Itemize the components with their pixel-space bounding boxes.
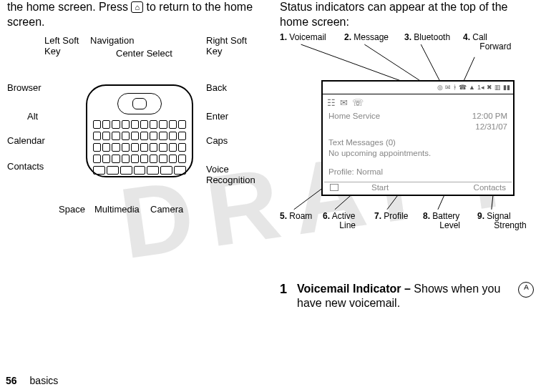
label-center-select: Center Select — [116, 49, 172, 59]
shortcut-icon-row: ☷ ✉ ☏ — [323, 94, 513, 111]
label-4-call-forward: 4. Call Forward — [463, 33, 511, 53]
signal-icon: ▮▮ — [503, 84, 510, 91]
shortcut-icon: ☷ — [327, 97, 336, 108]
keypad-diagram: Left Soft Key Navigation Center Select R… — [7, 36, 261, 265]
label-browser: Browser — [7, 83, 42, 94]
right-column: Status indicators can appear at the top … — [280, 0, 534, 311]
page-number: 56 — [6, 375, 17, 386]
label-voice-recognition: Voice Recognition — [206, 165, 255, 186]
status-intro: Status indicators can appear at the top … — [280, 0, 534, 30]
date-text: 12/31/07 — [475, 122, 507, 131]
label-3-bluetooth: 3. Bluetooth — [404, 33, 450, 43]
key-row-3 — [93, 143, 186, 152]
label-1-voicemail: 1. Voicemail — [280, 33, 326, 43]
label-6-active-line: 6. Active Line — [323, 212, 356, 232]
battery-icon: ▥ — [494, 84, 501, 91]
soft-key-bar: Start Contacts — [324, 182, 512, 193]
bluetooth-icon: ᚼ — [453, 84, 457, 91]
key-row-1 — [93, 120, 186, 129]
label-contacts: Contacts — [7, 162, 44, 172]
label-calendar: Calendar — [7, 136, 45, 147]
label-space: Space — [59, 205, 85, 215]
label-multimedia: Multimedia — [94, 205, 140, 215]
label-left-soft-key: Left Soft Key — [44, 36, 79, 57]
label-7-profile: 7. Profile — [374, 212, 408, 222]
item-text: Voicemail Indicator – Shows when you hav… — [297, 282, 504, 312]
item-number: 1 — [280, 282, 287, 297]
dpad-icon — [117, 93, 162, 114]
label-right-soft-key: Right Soft Key — [206, 36, 247, 57]
profile-line: Profile: Normal — [328, 167, 507, 178]
shortcut-icon: ✉ — [340, 97, 348, 108]
time-text: 12:00 PM — [472, 112, 507, 120]
screen-body: Home Service 12:00 PM 12/31/07 Text Mess… — [323, 111, 513, 178]
profile-icon: ✖ — [487, 84, 492, 91]
roam-icon: ▲ — [469, 84, 475, 91]
voicemail-icon: ◎ — [437, 84, 443, 91]
left-column: the home screen. Press ⌂ to return to th… — [7, 0, 261, 311]
label-9-signal: 9. Signal Strength — [477, 212, 527, 232]
feature-icon: ᴬ — [518, 282, 534, 298]
no-appointments-line: No upcoming appointments. — [328, 148, 507, 160]
label-8-battery: 8. Battery Level — [423, 212, 460, 232]
call-forward-icon: ☎ — [459, 84, 467, 91]
label-5-roam: 5. Roam — [280, 212, 312, 222]
label-camera: Camera — [150, 205, 183, 215]
status-diagram: 1. Voicemail 2. Message 3. Bluetooth 4. … — [280, 33, 534, 269]
label-navigation: Navigation — [90, 36, 134, 46]
shortcut-icon: ☏ — [352, 97, 364, 108]
key-row-5 — [93, 166, 186, 175]
voicemail-indicator-item: 1 Voicemail Indicator – Shows when you h… — [280, 282, 534, 312]
softkey-start: Start — [371, 183, 389, 192]
windows-icon — [330, 184, 338, 191]
active-line-icon: 1◂ — [477, 84, 484, 91]
label-alt: Alt — [27, 112, 38, 122]
intro-pre: the home screen. Press — [7, 1, 131, 13]
item-bold: Voicemail Indicator – — [297, 283, 411, 295]
message-icon: ✉ — [445, 84, 451, 91]
keypad-outline — [86, 84, 193, 177]
label-back: Back — [206, 83, 227, 94]
text-messages-line: Text Messages (0) — [328, 137, 507, 149]
phone-screen: ◎ ✉ ᚼ ☎ ▲ 1◂ ✖ ▥ ▮▮ ☷ ✉ ☏ Home — [321, 80, 515, 196]
intro-text: the home screen. Press ⌂ to return to th… — [7, 0, 261, 30]
page-footer: 56basics — [6, 375, 58, 386]
section-name: basics — [30, 375, 59, 386]
label-caps: Caps — [206, 136, 228, 147]
label-2-message: 2. Message — [344, 33, 389, 43]
softkey-contacts: Contacts — [474, 183, 506, 192]
status-bar: ◎ ✉ ᚼ ☎ ▲ 1◂ ✖ ▥ ▮▮ — [323, 82, 513, 94]
label-enter: Enter — [206, 112, 228, 122]
home-service-text: Home Service — [328, 111, 380, 133]
key-row-2 — [93, 132, 186, 140]
home-key-icon: ⌂ — [131, 1, 143, 13]
key-row-4 — [93, 155, 186, 163]
